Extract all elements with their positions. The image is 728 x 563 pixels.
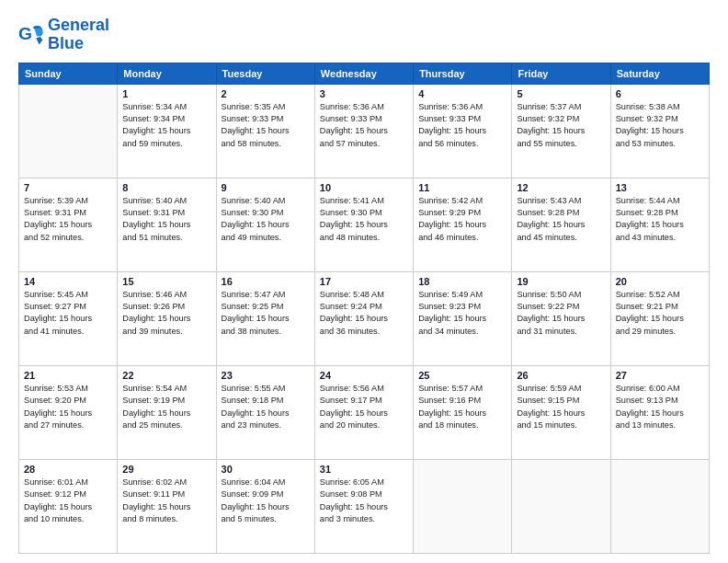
day-number: 5 bbox=[517, 88, 605, 99]
calendar-cell: 7Sunrise: 5:39 AM Sunset: 9:31 PM Daylig… bbox=[19, 178, 118, 271]
day-number: 1 bbox=[122, 88, 210, 99]
day-number: 25 bbox=[418, 370, 506, 381]
day-info: Sunrise: 5:40 AM Sunset: 9:30 PM Dayligh… bbox=[222, 195, 310, 244]
calendar-cell: 14Sunrise: 5:45 AM Sunset: 9:27 PM Dayli… bbox=[19, 271, 118, 365]
day-number: 9 bbox=[222, 182, 310, 193]
day-number: 10 bbox=[320, 182, 408, 193]
day-info: Sunrise: 5:45 AM Sunset: 9:27 PM Dayligh… bbox=[24, 289, 112, 338]
calendar-cell: 17Sunrise: 5:48 AM Sunset: 9:24 PM Dayli… bbox=[314, 271, 413, 365]
day-info: Sunrise: 5:49 AM Sunset: 9:23 PM Dayligh… bbox=[418, 289, 506, 338]
logo-text-line2: Blue bbox=[48, 35, 109, 53]
calendar-cell: 3Sunrise: 5:36 AM Sunset: 9:33 PM Daylig… bbox=[314, 84, 413, 178]
day-number: 14 bbox=[24, 276, 112, 287]
calendar-header-row: SundayMondayTuesdayWednesdayThursdayFrid… bbox=[19, 63, 710, 84]
calendar-cell: 11Sunrise: 5:42 AM Sunset: 9:29 PM Dayli… bbox=[414, 178, 512, 271]
calendar-cell: 1Sunrise: 5:34 AM Sunset: 9:34 PM Daylig… bbox=[118, 84, 216, 178]
day-number: 13 bbox=[616, 182, 704, 193]
calendar-cell: 22Sunrise: 5:54 AM Sunset: 9:19 PM Dayli… bbox=[118, 365, 216, 459]
calendar-week-4: 21Sunrise: 5:53 AM Sunset: 9:20 PM Dayli… bbox=[19, 365, 710, 459]
day-info: Sunrise: 5:56 AM Sunset: 9:17 PM Dayligh… bbox=[320, 383, 408, 431]
day-info: Sunrise: 5:43 AM Sunset: 9:28 PM Dayligh… bbox=[517, 195, 605, 244]
day-number: 17 bbox=[320, 276, 408, 287]
day-info: Sunrise: 6:04 AM Sunset: 9:09 PM Dayligh… bbox=[222, 477, 310, 525]
day-number: 19 bbox=[517, 276, 605, 287]
day-info: Sunrise: 6:00 AM Sunset: 9:13 PM Dayligh… bbox=[616, 383, 704, 431]
calendar-cell: 28Sunrise: 6:01 AM Sunset: 9:12 PM Dayli… bbox=[19, 459, 118, 553]
day-number: 4 bbox=[418, 88, 506, 99]
day-number: 8 bbox=[122, 182, 210, 193]
day-number: 26 bbox=[517, 370, 605, 381]
calendar-cell: 10Sunrise: 5:41 AM Sunset: 9:30 PM Dayli… bbox=[314, 178, 413, 271]
day-info: Sunrise: 5:57 AM Sunset: 9:16 PM Dayligh… bbox=[418, 383, 506, 431]
day-info: Sunrise: 5:52 AM Sunset: 9:21 PM Dayligh… bbox=[616, 289, 704, 338]
calendar-header-friday: Friday bbox=[512, 63, 610, 84]
day-info: Sunrise: 5:36 AM Sunset: 9:33 PM Dayligh… bbox=[418, 101, 506, 150]
calendar-cell bbox=[610, 459, 709, 553]
day-info: Sunrise: 5:41 AM Sunset: 9:30 PM Dayligh… bbox=[320, 195, 408, 244]
calendar-header-saturday: Saturday bbox=[610, 63, 709, 84]
day-info: Sunrise: 5:39 AM Sunset: 9:31 PM Dayligh… bbox=[24, 195, 112, 244]
calendar-cell: 16Sunrise: 5:47 AM Sunset: 9:25 PM Dayli… bbox=[216, 271, 314, 365]
day-number: 2 bbox=[222, 88, 310, 99]
day-info: Sunrise: 5:35 AM Sunset: 9:33 PM Dayligh… bbox=[222, 101, 310, 150]
calendar-cell: 5Sunrise: 5:37 AM Sunset: 9:32 PM Daylig… bbox=[512, 84, 610, 178]
calendar-week-2: 7Sunrise: 5:39 AM Sunset: 9:31 PM Daylig… bbox=[19, 178, 710, 271]
calendar-cell bbox=[19, 84, 118, 178]
day-info: Sunrise: 5:50 AM Sunset: 9:22 PM Dayligh… bbox=[517, 289, 605, 338]
calendar-cell: 26Sunrise: 5:59 AM Sunset: 9:15 PM Dayli… bbox=[512, 365, 610, 459]
day-info: Sunrise: 5:34 AM Sunset: 9:34 PM Dayligh… bbox=[122, 101, 210, 150]
day-number: 12 bbox=[517, 182, 605, 193]
day-info: Sunrise: 5:40 AM Sunset: 9:31 PM Dayligh… bbox=[122, 195, 210, 244]
day-info: Sunrise: 5:47 AM Sunset: 9:25 PM Dayligh… bbox=[222, 289, 310, 338]
calendar-table: SundayMondayTuesdayWednesdayThursdayFrid… bbox=[18, 63, 710, 554]
calendar-cell: 19Sunrise: 5:50 AM Sunset: 9:22 PM Dayli… bbox=[512, 271, 610, 365]
day-info: Sunrise: 5:59 AM Sunset: 9:15 PM Dayligh… bbox=[517, 383, 605, 431]
calendar-cell: 27Sunrise: 6:00 AM Sunset: 9:13 PM Dayli… bbox=[610, 365, 709, 459]
calendar-week-5: 28Sunrise: 6:01 AM Sunset: 9:12 PM Dayli… bbox=[19, 459, 710, 553]
day-number: 22 bbox=[122, 370, 210, 381]
page-header: G General Blue bbox=[18, 17, 710, 53]
calendar-cell: 23Sunrise: 5:55 AM Sunset: 9:18 PM Dayli… bbox=[216, 365, 314, 459]
calendar-cell: 2Sunrise: 5:35 AM Sunset: 9:33 PM Daylig… bbox=[216, 84, 314, 178]
calendar-cell: 13Sunrise: 5:44 AM Sunset: 9:28 PM Dayli… bbox=[610, 178, 709, 271]
day-info: Sunrise: 5:36 AM Sunset: 9:33 PM Dayligh… bbox=[320, 101, 408, 150]
day-info: Sunrise: 5:44 AM Sunset: 9:28 PM Dayligh… bbox=[616, 195, 704, 244]
day-number: 27 bbox=[616, 370, 704, 381]
day-number: 23 bbox=[222, 370, 310, 381]
calendar-header-sunday: Sunday bbox=[19, 63, 118, 84]
calendar-cell: 18Sunrise: 5:49 AM Sunset: 9:23 PM Dayli… bbox=[414, 271, 512, 365]
logo-text-line1: General bbox=[48, 17, 109, 35]
calendar-cell: 15Sunrise: 5:46 AM Sunset: 9:26 PM Dayli… bbox=[118, 271, 216, 365]
day-number: 7 bbox=[24, 182, 112, 193]
logo-icon: G bbox=[18, 22, 44, 48]
calendar-cell: 12Sunrise: 5:43 AM Sunset: 9:28 PM Dayli… bbox=[512, 178, 610, 271]
day-info: Sunrise: 6:02 AM Sunset: 9:11 PM Dayligh… bbox=[122, 477, 210, 525]
calendar-cell: 25Sunrise: 5:57 AM Sunset: 9:16 PM Dayli… bbox=[414, 365, 512, 459]
day-info: Sunrise: 6:01 AM Sunset: 9:12 PM Dayligh… bbox=[24, 477, 112, 525]
day-info: Sunrise: 5:53 AM Sunset: 9:20 PM Dayligh… bbox=[24, 383, 112, 431]
day-info: Sunrise: 5:55 AM Sunset: 9:18 PM Dayligh… bbox=[222, 383, 310, 431]
calendar-cell: 9Sunrise: 5:40 AM Sunset: 9:30 PM Daylig… bbox=[216, 178, 314, 271]
calendar-cell: 20Sunrise: 5:52 AM Sunset: 9:21 PM Dayli… bbox=[610, 271, 709, 365]
calendar-cell: 29Sunrise: 6:02 AM Sunset: 9:11 PM Dayli… bbox=[118, 459, 216, 553]
day-number: 21 bbox=[24, 370, 112, 381]
calendar-cell bbox=[414, 459, 512, 553]
calendar-cell: 4Sunrise: 5:36 AM Sunset: 9:33 PM Daylig… bbox=[414, 84, 512, 178]
day-number: 28 bbox=[24, 464, 112, 475]
day-info: Sunrise: 6:05 AM Sunset: 9:08 PM Dayligh… bbox=[320, 477, 408, 525]
calendar-cell: 30Sunrise: 6:04 AM Sunset: 9:09 PM Dayli… bbox=[216, 459, 314, 553]
day-info: Sunrise: 5:48 AM Sunset: 9:24 PM Dayligh… bbox=[320, 289, 408, 338]
calendar-header-monday: Monday bbox=[118, 63, 216, 84]
calendar-header-wednesday: Wednesday bbox=[314, 63, 413, 84]
calendar-cell: 21Sunrise: 5:53 AM Sunset: 9:20 PM Dayli… bbox=[19, 365, 118, 459]
calendar-week-1: 1Sunrise: 5:34 AM Sunset: 9:34 PM Daylig… bbox=[19, 84, 710, 178]
day-info: Sunrise: 5:54 AM Sunset: 9:19 PM Dayligh… bbox=[122, 383, 210, 431]
day-number: 24 bbox=[320, 370, 408, 381]
calendar-cell: 31Sunrise: 6:05 AM Sunset: 9:08 PM Dayli… bbox=[314, 459, 413, 553]
calendar-cell: 8Sunrise: 5:40 AM Sunset: 9:31 PM Daylig… bbox=[118, 178, 216, 271]
day-number: 29 bbox=[122, 464, 210, 475]
day-number: 18 bbox=[418, 276, 506, 287]
calendar-cell: 6Sunrise: 5:38 AM Sunset: 9:32 PM Daylig… bbox=[610, 84, 709, 178]
day-number: 16 bbox=[222, 276, 310, 287]
svg-text:G: G bbox=[18, 24, 32, 43]
